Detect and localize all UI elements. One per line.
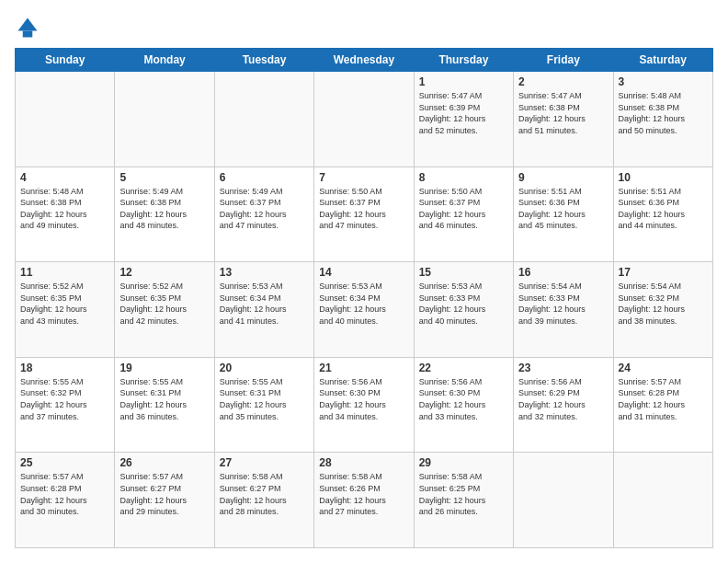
cell-content: Sunrise: 5:58 AM Sunset: 6:25 PM Dayligh… [419,471,508,517]
day-number: 15 [419,266,508,279]
day-number: 4 [20,171,109,184]
day-header-saturday: Saturday [613,49,712,72]
calendar-cell: 13Sunrise: 5:53 AM Sunset: 6:34 PM Dayli… [214,262,313,358]
cell-content: Sunrise: 5:53 AM Sunset: 6:33 PM Dayligh… [419,281,508,327]
cell-content: Sunrise: 5:57 AM Sunset: 6:28 PM Dayligh… [20,471,109,517]
header [15,15,713,40]
day-header-monday: Monday [115,49,214,72]
cell-content: Sunrise: 5:50 AM Sunset: 6:37 PM Dayligh… [319,186,408,232]
cell-content: Sunrise: 5:47 AM Sunset: 6:38 PM Dayligh… [518,90,608,136]
day-header-sunday: Sunday [16,49,115,72]
calendar-cell: 1Sunrise: 5:47 AM Sunset: 6:39 PM Daylig… [414,72,513,167]
day-number: 29 [419,456,508,469]
day-number: 18 [20,362,109,374]
calendar-cell [16,72,115,167]
day-number: 9 [518,171,608,184]
calendar-cell: 6Sunrise: 5:49 AM Sunset: 6:37 PM Daylig… [214,167,313,262]
calendar-cell: 7Sunrise: 5:50 AM Sunset: 6:37 PM Daylig… [314,167,414,262]
cell-content: Sunrise: 5:55 AM Sunset: 6:31 PM Dayligh… [119,376,209,422]
calendar-cell: 18Sunrise: 5:55 AM Sunset: 6:32 PM Dayli… [16,357,115,453]
calendar-cell: 26Sunrise: 5:57 AM Sunset: 6:27 PM Dayli… [115,453,214,548]
calendar-cell: 12Sunrise: 5:52 AM Sunset: 6:35 PM Dayli… [115,262,214,358]
day-number: 20 [220,362,309,374]
cell-content: Sunrise: 5:56 AM Sunset: 6:30 PM Dayligh… [319,376,408,422]
calendar-cell [115,72,214,167]
calendar-cell: 3Sunrise: 5:48 AM Sunset: 6:38 PM Daylig… [613,72,712,167]
day-number: 12 [119,266,209,279]
cell-content: Sunrise: 5:58 AM Sunset: 6:26 PM Dayligh… [319,471,408,517]
calendar-cell: 19Sunrise: 5:55 AM Sunset: 6:31 PM Dayli… [115,357,214,453]
calendar-cell: 8Sunrise: 5:50 AM Sunset: 6:37 PM Daylig… [414,167,513,262]
day-header-tuesday: Tuesday [214,49,313,72]
cell-content: Sunrise: 5:48 AM Sunset: 6:38 PM Dayligh… [20,186,109,232]
day-number: 3 [619,75,708,88]
calendar-cell: 2Sunrise: 5:47 AM Sunset: 6:38 PM Daylig… [514,72,613,167]
calendar-cell: 4Sunrise: 5:48 AM Sunset: 6:38 PM Daylig… [16,167,115,262]
cell-content: Sunrise: 5:54 AM Sunset: 6:33 PM Dayligh… [518,281,608,327]
calendar-week-1: 1Sunrise: 5:47 AM Sunset: 6:39 PM Daylig… [16,72,713,167]
cell-content: Sunrise: 5:57 AM Sunset: 6:27 PM Dayligh… [119,471,209,517]
calendar-table: SundayMondayTuesdayWednesdayThursdayFrid… [15,48,713,548]
calendar-cell: 16Sunrise: 5:54 AM Sunset: 6:33 PM Dayli… [514,262,613,358]
day-header-friday: Friday [514,49,613,72]
calendar-cell: 23Sunrise: 5:56 AM Sunset: 6:29 PM Dayli… [514,357,613,453]
logo [15,15,44,40]
logo-icon [15,15,40,40]
day-number: 6 [220,171,309,184]
calendar-cell: 5Sunrise: 5:49 AM Sunset: 6:38 PM Daylig… [115,167,214,262]
cell-content: Sunrise: 5:47 AM Sunset: 6:39 PM Dayligh… [419,90,508,136]
calendar-week-2: 4Sunrise: 5:48 AM Sunset: 6:38 PM Daylig… [16,167,713,262]
day-number: 28 [319,456,408,469]
day-number: 27 [220,456,309,469]
day-number: 7 [319,171,408,184]
calendar-week-4: 18Sunrise: 5:55 AM Sunset: 6:32 PM Dayli… [16,357,713,453]
day-number: 1 [419,75,508,88]
calendar-week-3: 11Sunrise: 5:52 AM Sunset: 6:35 PM Dayli… [16,262,713,358]
calendar-cell: 27Sunrise: 5:58 AM Sunset: 6:27 PM Dayli… [214,453,313,548]
day-header-wednesday: Wednesday [314,49,414,72]
calendar-cell: 11Sunrise: 5:52 AM Sunset: 6:35 PM Dayli… [16,262,115,358]
calendar-cell [214,72,313,167]
cell-content: Sunrise: 5:56 AM Sunset: 6:29 PM Dayligh… [518,376,608,422]
cell-content: Sunrise: 5:58 AM Sunset: 6:27 PM Dayligh… [220,471,309,517]
calendar-cell: 15Sunrise: 5:53 AM Sunset: 6:33 PM Dayli… [414,262,513,358]
calendar-cell: 28Sunrise: 5:58 AM Sunset: 6:26 PM Dayli… [314,453,414,548]
calendar-cell: 10Sunrise: 5:51 AM Sunset: 6:36 PM Dayli… [613,167,712,262]
page: SundayMondayTuesdayWednesdayThursdayFrid… [0,0,728,563]
day-number: 16 [518,266,608,279]
calendar-header-row: SundayMondayTuesdayWednesdayThursdayFrid… [16,49,713,72]
cell-content: Sunrise: 5:49 AM Sunset: 6:38 PM Dayligh… [119,186,209,232]
day-number: 23 [518,362,608,374]
cell-content: Sunrise: 5:54 AM Sunset: 6:32 PM Dayligh… [619,281,708,327]
cell-content: Sunrise: 5:55 AM Sunset: 6:32 PM Dayligh… [20,376,109,422]
calendar-cell: 17Sunrise: 5:54 AM Sunset: 6:32 PM Dayli… [613,262,712,358]
day-number: 17 [619,266,708,279]
day-number: 21 [319,362,408,374]
day-number: 13 [220,266,309,279]
day-number: 2 [518,75,608,88]
day-number: 22 [419,362,508,374]
day-number: 10 [619,171,708,184]
calendar-week-5: 25Sunrise: 5:57 AM Sunset: 6:28 PM Dayli… [16,453,713,548]
cell-content: Sunrise: 5:55 AM Sunset: 6:31 PM Dayligh… [220,376,309,422]
day-number: 14 [319,266,408,279]
calendar-cell: 25Sunrise: 5:57 AM Sunset: 6:28 PM Dayli… [16,453,115,548]
calendar-cell: 20Sunrise: 5:55 AM Sunset: 6:31 PM Dayli… [214,357,313,453]
cell-content: Sunrise: 5:57 AM Sunset: 6:28 PM Dayligh… [619,376,708,422]
calendar-cell: 14Sunrise: 5:53 AM Sunset: 6:34 PM Dayli… [314,262,414,358]
day-number: 24 [619,362,708,374]
calendar-cell: 24Sunrise: 5:57 AM Sunset: 6:28 PM Dayli… [613,357,712,453]
cell-content: Sunrise: 5:48 AM Sunset: 6:38 PM Dayligh… [619,90,708,136]
day-number: 11 [20,266,109,279]
cell-content: Sunrise: 5:53 AM Sunset: 6:34 PM Dayligh… [220,281,309,327]
calendar-cell: 21Sunrise: 5:56 AM Sunset: 6:30 PM Dayli… [314,357,414,453]
cell-content: Sunrise: 5:49 AM Sunset: 6:37 PM Dayligh… [220,186,309,232]
cell-content: Sunrise: 5:50 AM Sunset: 6:37 PM Dayligh… [419,186,508,232]
cell-content: Sunrise: 5:52 AM Sunset: 6:35 PM Dayligh… [20,281,109,327]
day-number: 8 [419,171,508,184]
cell-content: Sunrise: 5:56 AM Sunset: 6:30 PM Dayligh… [419,376,508,422]
day-number: 5 [119,171,209,184]
calendar-cell: 22Sunrise: 5:56 AM Sunset: 6:30 PM Dayli… [414,357,513,453]
svg-marker-0 [18,18,38,31]
calendar-cell: 29Sunrise: 5:58 AM Sunset: 6:25 PM Dayli… [414,453,513,548]
